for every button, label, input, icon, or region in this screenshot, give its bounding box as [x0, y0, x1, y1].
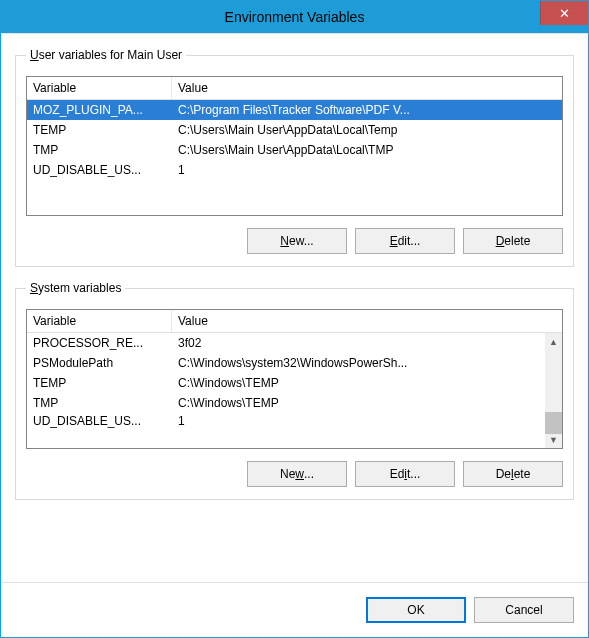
system-scrollbar[interactable]: ▲ ▼ — [545, 333, 562, 448]
system-variables-group: System variables Variable Value PROCESSO… — [15, 281, 574, 500]
system-button-row: New... Edit... Delete — [26, 461, 563, 487]
list-header: Variable Value — [27, 77, 562, 100]
close-button[interactable]: ✕ — [540, 1, 588, 25]
system-variables-list[interactable]: Variable Value PROCESSOR_RE... 3f02 PSMo… — [26, 309, 563, 449]
table-row[interactable]: UD_DISABLE_US... 1 — [27, 413, 545, 429]
table-row[interactable]: PSModulePath C:\Windows\system32\Windows… — [27, 353, 545, 373]
env-vars-dialog: Environment Variables ✕ User variables f… — [0, 0, 589, 638]
col-header-value[interactable]: Value — [172, 310, 545, 332]
cancel-button[interactable]: Cancel — [474, 597, 574, 623]
window-title: Environment Variables — [1, 9, 588, 25]
table-row[interactable]: TEMP C:\Users\Main User\AppData\Local\Te… — [27, 120, 562, 140]
col-header-value[interactable]: Value — [172, 77, 562, 99]
system-delete-button[interactable]: Delete — [463, 461, 563, 487]
list-header: Variable Value — [27, 310, 562, 333]
user-variables-group: User variables for Main User Variable Va… — [15, 48, 574, 267]
col-header-variable[interactable]: Variable — [27, 310, 172, 332]
ok-button[interactable]: OK — [366, 597, 466, 623]
col-header-variable[interactable]: Variable — [27, 77, 172, 99]
table-row[interactable]: MOZ_PLUGIN_PA... C:\Program Files\Tracke… — [27, 100, 562, 120]
table-row[interactable]: UD_DISABLE_US... 1 — [27, 160, 562, 180]
system-variables-legend: System variables — [26, 281, 125, 295]
user-edit-button[interactable]: Edit... — [355, 228, 455, 254]
scroll-up-button[interactable]: ▲ — [545, 333, 562, 350]
chevron-up-icon: ▲ — [549, 337, 558, 347]
chevron-down-icon: ▼ — [549, 435, 558, 445]
table-row[interactable]: TMP C:\Users\Main User\AppData\Local\TMP — [27, 140, 562, 160]
user-variables-list[interactable]: Variable Value MOZ_PLUGIN_PA... C:\Progr… — [26, 76, 563, 216]
system-new-button[interactable]: New... — [247, 461, 347, 487]
dialog-footer: OK Cancel — [1, 582, 588, 637]
close-icon: ✕ — [559, 6, 570, 21]
system-rows: PROCESSOR_RE... 3f02 PSModulePath C:\Win… — [27, 333, 545, 448]
scroll-track[interactable] — [545, 350, 562, 431]
system-edit-button[interactable]: Edit... — [355, 461, 455, 487]
client-area: User variables for Main User Variable Va… — [1, 33, 588, 582]
user-delete-button[interactable]: Delete — [463, 228, 563, 254]
user-new-button[interactable]: New... — [247, 228, 347, 254]
table-row[interactable]: PROCESSOR_RE... 3f02 — [27, 333, 545, 353]
scroll-thumb[interactable] — [545, 412, 562, 434]
table-row[interactable]: TEMP C:\Windows\TEMP — [27, 373, 545, 393]
user-variables-legend: User variables for Main User — [26, 48, 186, 62]
user-rows: MOZ_PLUGIN_PA... C:\Program Files\Tracke… — [27, 100, 562, 215]
user-button-row: New... Edit... Delete — [26, 228, 563, 254]
table-row[interactable]: TMP C:\Windows\TEMP — [27, 393, 545, 413]
titlebar[interactable]: Environment Variables ✕ — [1, 1, 588, 33]
